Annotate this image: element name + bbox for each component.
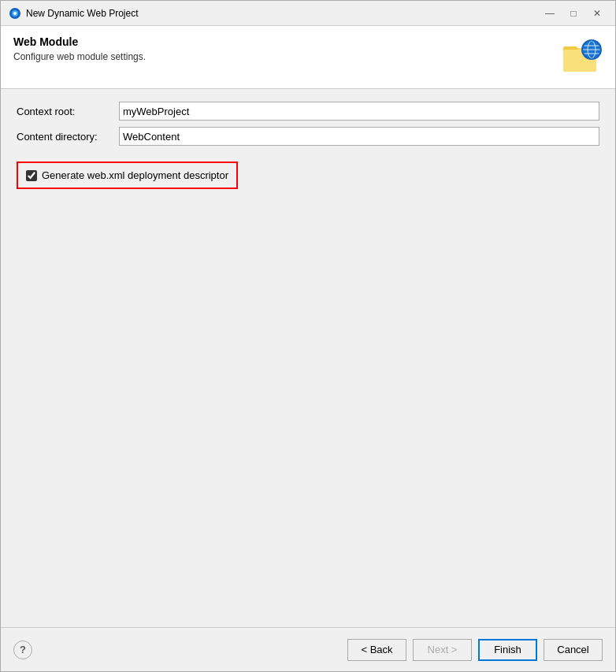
minimize-button[interactable]: — <box>540 6 560 21</box>
footer-right: < Back Next > Finish Cancel <box>347 639 603 661</box>
content-directory-label: Content directory: <box>17 131 119 143</box>
header-title: Web Module <box>13 35 562 48</box>
finish-button[interactable]: Finish <box>478 639 537 661</box>
content-directory-row: Content directory: <box>17 127 599 146</box>
title-bar-icon <box>9 7 21 20</box>
main-content: Context root: Content directory: Generat… <box>1 89 615 627</box>
context-root-row: Context root: <box>17 102 599 121</box>
dialog-window: New Dynamic Web Project — □ ✕ Web Module… <box>0 0 616 672</box>
footer-left: ? <box>13 640 32 659</box>
back-button[interactable]: < Back <box>347 639 406 661</box>
header-subtitle: Configure web module settings. <box>13 51 562 62</box>
title-bar: New Dynamic Web Project — □ ✕ <box>1 1 615 26</box>
next-button[interactable]: Next > <box>413 639 472 661</box>
generate-xml-label[interactable]: Generate web.xml deployment descriptor <box>42 169 228 181</box>
folder-globe-svg <box>562 35 603 76</box>
maximize-button[interactable]: □ <box>563 6 584 21</box>
web-module-icon <box>562 35 603 76</box>
header-text: Web Module Configure web module settings… <box>13 35 562 62</box>
title-bar-left: New Dynamic Web Project <box>9 7 139 20</box>
footer: ? < Back Next > Finish Cancel <box>1 627 615 671</box>
cancel-button[interactable]: Cancel <box>544 639 603 661</box>
generate-xml-checkbox[interactable] <box>26 170 37 181</box>
title-bar-title: New Dynamic Web Project <box>26 8 139 19</box>
context-root-input[interactable] <box>119 102 599 121</box>
context-root-label: Context root: <box>17 106 119 117</box>
generate-xml-section: Generate web.xml deployment descriptor <box>17 162 238 189</box>
svg-point-2 <box>13 12 17 15</box>
header-section: Web Module Configure web module settings… <box>1 26 615 89</box>
content-directory-input[interactable] <box>119 127 599 146</box>
close-button[interactable]: ✕ <box>587 6 607 21</box>
title-bar-controls: — □ ✕ <box>540 6 607 21</box>
help-button[interactable]: ? <box>13 640 32 659</box>
